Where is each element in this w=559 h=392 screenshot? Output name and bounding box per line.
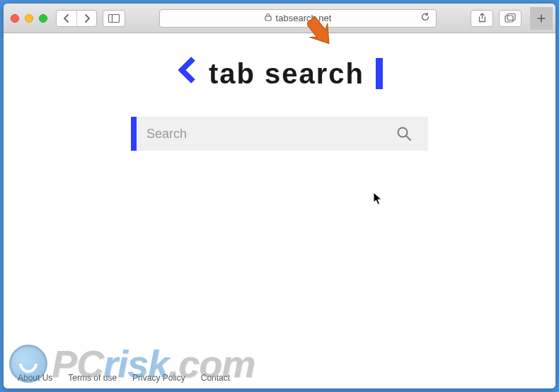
browser-window: tabsearch.net tab search [4,4,555,388]
window-controls [11,14,47,23]
share-button[interactable] [471,10,493,27]
address-bar[interactable]: tabsearch.net [159,9,437,28]
show-tabs-button[interactable] [499,10,521,27]
page-content: tab search About Us Terms of use Privacy… [4,33,555,388]
nav-back-forward [56,10,97,27]
svg-rect-4 [507,14,515,21]
search-accent-bar [131,117,137,151]
search-input[interactable] [146,127,390,142]
search-box [137,117,428,151]
svg-line-6 [406,136,410,140]
footer-link-contact[interactable]: Contact [201,373,230,383]
logo-accent-bar [376,58,383,89]
svg-rect-2 [265,16,271,21]
lock-icon [265,13,272,23]
footer-links: About Us Terms of use Privacy Policy Con… [18,373,230,383]
close-window-button[interactable] [11,14,19,23]
url-text: tabsearch.net [276,13,332,23]
site-logo: tab search [176,54,383,93]
svg-rect-3 [505,16,513,22]
forward-button[interactable] [76,11,96,26]
reload-button[interactable] [420,12,430,24]
logo-text: tab search [209,58,364,90]
maximize-window-button[interactable] [39,14,47,23]
chevron-left-icon [176,54,197,93]
browser-toolbar: tabsearch.net [4,4,555,33]
show-sidebar-button[interactable] [103,10,125,27]
minimize-window-button[interactable] [25,14,33,23]
svg-rect-0 [109,14,120,22]
search-button[interactable] [390,126,418,142]
footer-link-privacy[interactable]: Privacy Policy [132,373,185,383]
search-bar [131,117,428,151]
search-icon [396,126,412,142]
new-tab-button[interactable] [530,7,553,30]
back-button[interactable] [57,11,76,26]
footer-link-about[interactable]: About Us [18,373,52,383]
footer-link-terms[interactable]: Terms of use [68,373,117,383]
